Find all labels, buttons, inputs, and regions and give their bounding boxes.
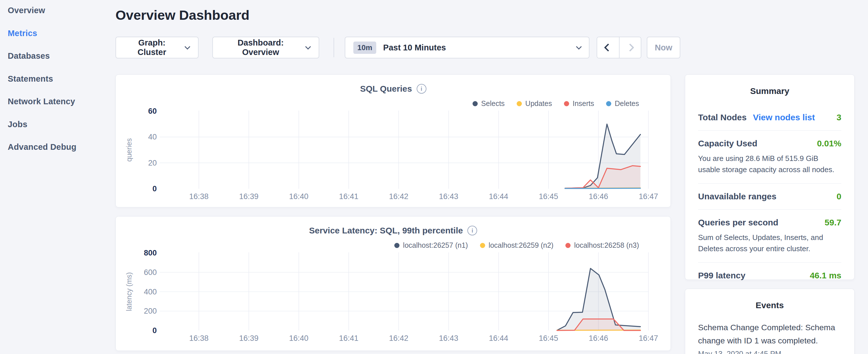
summary-row-unavailable-ranges: Unavailable ranges 0 — [698, 184, 841, 210]
svg-text:16:43: 16:43 — [439, 334, 459, 343]
summary-row-p99: P99 latency 46.1 ms — [698, 263, 841, 288]
svg-text:200: 200 — [144, 307, 157, 315]
svg-text:400: 400 — [144, 288, 157, 296]
legend-dot-icon — [472, 101, 478, 106]
sidebar-item-metrics[interactable]: Metrics — [0, 22, 115, 45]
chart-title: SQL Queries i — [116, 84, 671, 94]
sidebar-item-advanced-debug[interactable]: Advanced Debug — [0, 136, 115, 159]
summary-panel: Summary Total Nodes View nodes list 3 Ca… — [685, 74, 855, 280]
graph-scope-dropdown[interactable]: Graph: Cluster — [116, 37, 198, 58]
sql-queries-chart-card: SQL Queries i SelectsUpdatesInsertsDelet… — [116, 74, 671, 207]
svg-text:queries: queries — [125, 138, 133, 162]
unavailable-ranges-value: 0 — [836, 192, 841, 201]
svg-text:16:41: 16:41 — [339, 334, 359, 343]
svg-text:16:44: 16:44 — [489, 192, 508, 201]
view-nodes-list-link[interactable]: View nodes list — [753, 112, 815, 122]
summary-title: Summary — [685, 86, 854, 96]
chevron-down-icon — [305, 44, 311, 50]
capacity-used-value: 0.01% — [817, 139, 841, 148]
svg-text:16:38: 16:38 — [189, 334, 209, 343]
legend-dot-icon — [517, 101, 522, 106]
svg-text:16:43: 16:43 — [439, 192, 459, 201]
sidebar-item-network-latency[interactable]: Network Latency — [0, 90, 115, 113]
total-nodes-value: 3 — [836, 112, 841, 122]
svg-text:16:42: 16:42 — [389, 334, 408, 343]
event-list-item[interactable]: Schema Change Completed: Schema change w… — [685, 321, 854, 354]
svg-text:60: 60 — [148, 107, 157, 116]
sidebar-item-statements[interactable]: Statements — [0, 68, 115, 91]
chart-title-text: SQL Queries — [360, 84, 412, 94]
svg-text:16:46: 16:46 — [589, 192, 608, 201]
svg-text:16:45: 16:45 — [539, 192, 558, 201]
event-timestamp: May 13, 2020 at 4:45 PM — [698, 349, 841, 354]
dashboard-dropdown[interactable]: Dashboard: Overview — [212, 37, 319, 58]
sidebar-item-databases[interactable]: Databases — [0, 45, 115, 68]
time-step-button-group — [597, 37, 641, 58]
chevron-left-icon — [604, 43, 612, 52]
p99-latency-label: P99 latency — [698, 271, 745, 280]
summary-row-capacity: Capacity Used 0.01% You are using 28.6 M… — [698, 131, 841, 184]
svg-text:16:44: 16:44 — [489, 334, 508, 343]
capacity-used-description: You are using 28.6 MiB of 515.9 GiB usab… — [698, 153, 841, 175]
total-nodes-label: Total Nodes — [698, 112, 746, 122]
service-latency-chart-card: Service Latency: SQL, 99th percentile i … — [116, 216, 671, 351]
time-range-dropdown[interactable]: 10m Past 10 Minutes — [345, 37, 589, 58]
event-message: Schema Change Completed: Schema change w… — [698, 321, 841, 347]
chart-title-text: Service Latency: SQL, 99th percentile — [309, 226, 463, 235]
sidebar-nav: Overview Metrics Databases Statements Ne… — [0, 0, 115, 159]
svg-text:0: 0 — [152, 185, 157, 193]
controls-divider — [334, 38, 334, 57]
graph-scope-dropdown-label: Graph: Cluster — [125, 38, 179, 57]
svg-text:16:38: 16:38 — [189, 192, 209, 201]
svg-text:0: 0 — [152, 326, 157, 335]
now-button[interactable]: Now — [647, 37, 680, 58]
svg-text:16:47: 16:47 — [639, 334, 658, 343]
info-icon[interactable]: i — [467, 226, 477, 235]
info-icon[interactable]: i — [417, 84, 426, 94]
svg-text:16:45: 16:45 — [539, 334, 558, 343]
service-latency-chart[interactable]: 16:3816:3916:4016:4116:4216:4316:4416:45… — [120, 248, 668, 347]
qps-description: Sum of Selects, Updates, Inserts, and De… — [698, 232, 841, 254]
chevron-down-icon — [576, 44, 582, 50]
svg-text:16:40: 16:40 — [289, 192, 309, 201]
legend-dot-icon — [565, 243, 570, 248]
time-range-badge: 10m — [353, 41, 376, 54]
time-range-label: Past 10 Minutes — [383, 43, 570, 53]
svg-text:16:40: 16:40 — [289, 334, 309, 343]
svg-text:16:39: 16:39 — [239, 192, 259, 201]
unavailable-ranges-label: Unavailable ranges — [698, 192, 776, 201]
legend-dot-icon — [480, 243, 485, 248]
sql-queries-chart[interactable]: 16:3816:3916:4016:4116:4216:4316:4416:45… — [120, 106, 668, 205]
svg-text:600: 600 — [144, 268, 157, 277]
legend-dot-icon — [606, 101, 611, 106]
svg-text:800: 800 — [144, 249, 157, 257]
svg-text:16:41: 16:41 — [339, 192, 359, 201]
sidebar-item-jobs[interactable]: Jobs — [0, 113, 115, 136]
svg-text:40: 40 — [148, 133, 157, 141]
capacity-used-label: Capacity Used — [698, 139, 757, 148]
svg-text:latency (ms): latency (ms) — [125, 272, 133, 311]
events-title: Events — [685, 300, 854, 310]
svg-text:16:46: 16:46 — [589, 334, 608, 343]
summary-row-qps: Queries per second 59.7 Sum of Selects, … — [698, 210, 841, 263]
svg-text:16:39: 16:39 — [239, 334, 259, 343]
sidebar: Overview Metrics Databases Statements Ne… — [0, 0, 115, 354]
dashboard-dropdown-label: Dashboard: Overview — [221, 38, 300, 57]
qps-value: 59.7 — [825, 218, 841, 227]
chevron-down-icon — [185, 44, 190, 50]
p99-latency-value: 46.1 ms — [810, 271, 841, 280]
chevron-right-icon — [626, 43, 634, 52]
controls-bar: Graph: Cluster Dashboard: Overview 10m P… — [116, 37, 680, 58]
svg-text:16:47: 16:47 — [639, 192, 658, 201]
sidebar-item-overview[interactable]: Overview — [0, 0, 115, 22]
page-title: Overview Dashboard — [116, 5, 250, 25]
legend-dot-icon — [564, 101, 569, 106]
qps-label: Queries per second — [698, 218, 778, 227]
time-step-back-button[interactable] — [597, 37, 619, 58]
events-panel: Events Schema Change Completed: Schema c… — [685, 289, 855, 354]
svg-text:20: 20 — [148, 159, 157, 167]
chart-title: Service Latency: SQL, 99th percentile i — [116, 226, 671, 235]
summary-row-total-nodes: Total Nodes View nodes list 3 — [698, 104, 841, 131]
summary-rows: Total Nodes View nodes list 3 Capacity U… — [685, 104, 854, 288]
time-step-forward-button[interactable] — [619, 37, 641, 58]
